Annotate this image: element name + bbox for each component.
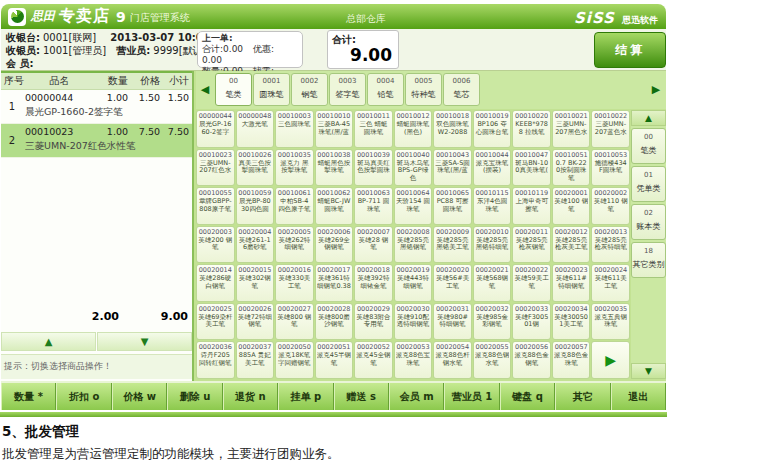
product-button[interactable]: 00010012蜻蜓圆珠笔(黑色) [394, 110, 433, 148]
product-button[interactable]: 00020014英雄286硬白钢笔 [196, 264, 235, 302]
product-button[interactable]: 00020056派克88色金钢笔 [512, 341, 551, 379]
product-button[interactable]: 00010010三菱BA-45珠笔(黑/蓝 [315, 110, 354, 148]
product-button[interactable]: 00020024英雄611美工笔 [591, 264, 630, 302]
category-00[interactable]: 00笔类 [631, 128, 666, 164]
member-button[interactable]: 会员 m [389, 383, 444, 410]
gift-button[interactable]: 赠送 s [334, 383, 389, 410]
product-button[interactable]: 00020015英雄302钢笔 [236, 264, 275, 302]
product-button[interactable]: 00020054派克88色杆钢水笔 [433, 341, 472, 379]
product-button[interactable]: 00020020英雄56#美工笔 [433, 264, 472, 302]
salesman-button[interactable]: 营业员 1 [444, 383, 499, 410]
product-button[interactable]: 00000048大激光笔 [236, 110, 275, 148]
product-button[interactable]: 00020053派克88色宝珠笔 [394, 341, 433, 379]
categories-scroll-up-button[interactable]: ▲ [631, 110, 666, 126]
product-button[interactable]: 00020057派克88色金珠笔 [552, 341, 591, 379]
product-button[interactable]: 00010038蜻蜓黑色按掣珠笔 [315, 149, 354, 187]
category-18[interactable]: 18其它类别 [631, 242, 666, 278]
product-button[interactable]: 00020012英雄285亮枪灰美工笔 [552, 226, 591, 264]
product-button[interactable]: 00020017英雄361特细钢笔0.38 [315, 264, 354, 302]
product-button[interactable]: 00020025英雄69染杆美工笔 [196, 303, 235, 341]
product-button[interactable]: 00020018英雄392特细铱金笔 [354, 264, 393, 302]
other-button[interactable]: 其它 [555, 383, 610, 410]
product-button[interactable]: 00010044派克宝珠笔(摆装) [473, 149, 512, 187]
product-button[interactable]: 00020016英雄330美工笔 [275, 264, 314, 302]
product-button[interactable]: 00010039斑马真美红色按掣圆珠 [354, 149, 393, 187]
hold-button[interactable]: 挂单 p [278, 383, 333, 410]
product-button[interactable]: 00010043三菱SA-S圆珠笔(黑/蓝 [433, 149, 472, 187]
tabs-scroll-right-button[interactable]: ▶ [648, 73, 664, 106]
product-button[interactable]: 00020003英雄200 钢笔 [196, 226, 235, 264]
grid-next-page-button[interactable]: ▶ [591, 341, 630, 379]
product-button[interactable]: 00010053施德楼434F圆珠笔 [591, 149, 630, 187]
product-button[interactable]: 00020011英雄285亮枪灰钢笔 [512, 226, 551, 264]
product-button[interactable]: 00020055派克88色钢水笔 [473, 341, 512, 379]
product-button[interactable]: 00020033英雄F300501钢 [512, 303, 551, 341]
product-button[interactable]: 00010064天骄154 圆珠笔 [394, 187, 433, 225]
product-button[interactable]: 00020021英雄568钢笔 [473, 264, 512, 302]
product-button[interactable]: 00010035派克力 黑 按掣珠笔 [275, 149, 314, 187]
product-button[interactable]: 00010065PC88 可擦圆珠笔 [433, 187, 472, 225]
product-button[interactable]: 00020052派克45全钢笔 [354, 341, 393, 379]
product-button[interactable]: 00020031英雄980#特细钢笔 [433, 303, 472, 341]
product-button[interactable]: 00020006英雄269全钢钢笔 [315, 226, 354, 264]
product-button[interactable]: 00010059晨光BP-8030四色圆 [236, 187, 275, 225]
categories-scroll-down-button[interactable]: ▼ [631, 363, 666, 379]
product-button[interactable]: 00010119上海申奇可擦笔 [512, 187, 551, 225]
product-button[interactable]: 00020027英雄800 钢笔 [275, 303, 314, 341]
product-button[interactable]: 00020022英雄59美工笔 [512, 264, 551, 302]
product-button[interactable]: 00010040斑马木乌笔 BPS-GP绿色 [394, 149, 433, 187]
tab-0006[interactable]: 0006笔芯 [443, 73, 480, 106]
settle-button[interactable]: 结算 [594, 32, 666, 68]
product-button[interactable]: 00000044晨光GP-1660-2签字 [196, 110, 235, 148]
product-button[interactable]: 00020023英雄611#特细钢笔 [552, 264, 591, 302]
tab-00[interactable]: 00笔类 [215, 73, 252, 106]
product-button[interactable]: 00010011三色 蜻蜓圆珠笔 [354, 110, 393, 148]
product-button[interactable]: 00020028英雄800磨沙钢笔 [315, 303, 354, 341]
delete-button[interactable]: 删除 u [167, 383, 222, 410]
product-button[interactable]: 00020007英雄28 钢笔 [354, 226, 393, 264]
product-button[interactable]: 00020029英雄83附合专用笔 [354, 303, 393, 341]
product-button[interactable]: 00020001英雄100 钢笔 [552, 187, 591, 225]
product-button[interactable]: 00020036诗丹F205回转红钢笔 [196, 341, 235, 379]
product-button[interactable]: 00010021三菱UMN-207黑色水 [552, 110, 591, 148]
product-button[interactable]: 00020051派克45半钢笔 [315, 341, 354, 379]
product-button[interactable]: 00010003三色圆珠笔 [275, 110, 314, 148]
tab-0003[interactable]: 0003签字笔 [329, 73, 366, 106]
product-button[interactable]: 00010047斑马BN-100真美珠笔( [512, 149, 551, 187]
product-button[interactable]: 00020030英雄910配透特细钢笔 [394, 303, 433, 341]
keyboard-button[interactable]: 键盘 q [500, 383, 555, 410]
product-button[interactable]: 00020019英雄443特细钢笔 [394, 264, 433, 302]
product-button[interactable]: 00020005英雄262特细钢笔 [275, 226, 314, 264]
product-button[interactable]: 00010023三菱UMN-207红色水 [196, 149, 235, 187]
product-button[interactable]: 00010061中柏SB-4四色原子笔 [275, 187, 314, 225]
cart-row[interactable]: 1000000441.001.501.50晨光GP-1660-2签字笔 [1, 90, 192, 124]
category-02[interactable]: 02账本类 [631, 204, 666, 240]
product-button[interactable]: 00020013英雄285亮枪灰特细笔 [591, 226, 630, 264]
cart-scroll-down-button[interactable]: ▼ [97, 332, 192, 351]
product-button[interactable]: 00020035派克五典钢珠笔 [591, 303, 630, 341]
product-button[interactable]: 00010022三菱UMN-207蓝色水 [591, 110, 630, 148]
product-button[interactable]: 00020050派克18K笔字回赠钢笔 [275, 341, 314, 379]
product-button[interactable]: 00020009英雄285亮黑铬美工笔 [433, 226, 472, 264]
product-button[interactable]: 00020002英雄110 钢笔 [591, 187, 630, 225]
tab-0005[interactable]: 0005特种笔 [405, 73, 442, 106]
product-button[interactable]: 00020004英雄261-16磨砂笔 [236, 226, 275, 264]
return-button[interactable]: 退货 n [223, 383, 278, 410]
product-button[interactable]: 00010026真美三色按掣圆珠笔 [236, 149, 275, 187]
qty-button[interactable]: 数量 * [1, 383, 56, 410]
exit-button[interactable]: 退出 [611, 383, 666, 410]
cart-row[interactable]: 2000100231.007.507.50三菱UMN-207红色水性笔 [1, 124, 192, 158]
tab-0004[interactable]: 0004铅笔 [367, 73, 404, 106]
product-button[interactable]: 00020026英雄72特细钢笔 [236, 303, 275, 341]
product-button[interactable]: 00010020KEEB*9788 拉线笔 [512, 110, 551, 148]
product-button[interactable]: 000100510.7 BK-220按制圆珠笔 [552, 149, 591, 187]
product-button[interactable]: 00010115东洋4色圆珠笔 [473, 187, 512, 225]
tab-0002[interactable]: 0002钢笔 [291, 73, 328, 106]
product-button[interactable]: 00020034英雄300501美工笔 [552, 303, 591, 341]
product-button[interactable]: 00010018双色圆珠笔 W2-2088 [433, 110, 472, 148]
tab-0001[interactable]: 0001圆珠笔 [253, 73, 290, 106]
category-01[interactable]: 01凭单类 [631, 166, 666, 202]
product-button[interactable]: 00010062蜻蜓BC-JW圆珠笔 [315, 187, 354, 225]
product-button[interactable]: 00010019BP106 夺心圆珠台笔 [473, 110, 512, 148]
product-button[interactable]: 00020008英雄285亮黑铬钢笔 [394, 226, 433, 264]
